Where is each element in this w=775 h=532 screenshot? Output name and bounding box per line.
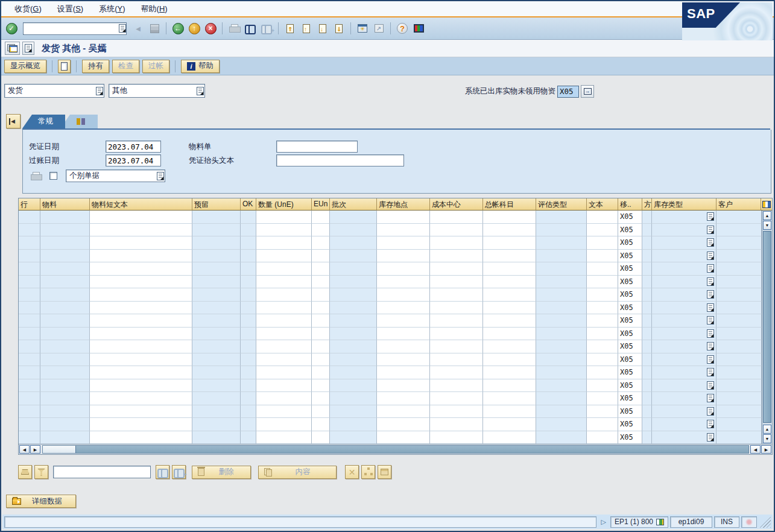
- cell-16-12[interactable]: [587, 418, 618, 431]
- vertical-scrollbar[interactable]: ▲ ▼ ▲ ▼: [762, 211, 772, 444]
- cell-4-15[interactable]: [652, 262, 716, 276]
- stock-type-dropdown-icon[interactable]: [707, 329, 714, 338]
- cell-1-10[interactable]: [483, 224, 536, 237]
- cell-14-15[interactable]: [652, 392, 716, 405]
- cell-7-12[interactable]: [587, 302, 618, 315]
- find-next-button[interactable]: +: [259, 22, 274, 35]
- posting-date-field[interactable]: [106, 154, 161, 166]
- scroll-right-button-right[interactable]: ▶: [761, 445, 771, 454]
- cell-16-15[interactable]: [652, 418, 716, 431]
- print-slip-icon[interactable]: [31, 172, 41, 180]
- action-select[interactable]: 发货: [4, 84, 104, 98]
- cell-13-10[interactable]: [483, 379, 536, 393]
- cell-8-6[interactable]: [312, 314, 330, 328]
- first-page-button[interactable]: ⇑: [283, 22, 297, 35]
- scroll-up-button[interactable]: ▲: [763, 211, 771, 220]
- cell-9-2[interactable]: [90, 328, 192, 341]
- hold-button[interactable]: 持有: [82, 60, 109, 73]
- cell-11-15[interactable]: [652, 353, 716, 367]
- cell-0-9[interactable]: [430, 211, 483, 224]
- status-options-button[interactable]: ▷: [598, 518, 608, 526]
- cell-9-9[interactable]: [430, 328, 483, 341]
- stock-type-dropdown-icon[interactable]: [707, 355, 714, 364]
- column-header-9[interactable]: 成本中心: [430, 198, 483, 211]
- cell-10-13[interactable]: X05: [618, 340, 642, 353]
- cell-14-5[interactable]: [256, 392, 312, 405]
- cell-15-8[interactable]: [377, 405, 430, 419]
- column-header-14[interactable]: 方: [642, 198, 652, 211]
- cell-1-13[interactable]: X05: [618, 224, 642, 237]
- cell-8-12[interactable]: [587, 314, 618, 328]
- cell-3-6[interactable]: [312, 250, 330, 263]
- last-page-button[interactable]: ⇓: [332, 22, 346, 35]
- header-text-field[interactable]: [276, 154, 404, 166]
- cell-0-12[interactable]: [587, 211, 618, 224]
- cell-4-13[interactable]: X05: [618, 262, 642, 276]
- cell-14-13[interactable]: X05: [618, 392, 642, 405]
- cell-12-9[interactable]: [430, 366, 483, 379]
- cell-9-13[interactable]: X05: [618, 328, 642, 341]
- cell-0-5[interactable]: [256, 211, 312, 224]
- dropdown-list-icon[interactable]: [96, 87, 103, 95]
- scroll-down-button-bottom[interactable]: ▼: [763, 434, 771, 443]
- dropdown-list-icon[interactable]: [157, 172, 164, 180]
- cell-13-5[interactable]: [256, 379, 312, 393]
- scroll-left-button[interactable]: ◀: [19, 445, 30, 454]
- cell-5-15[interactable]: [652, 276, 716, 289]
- cell-6-10[interactable]: [483, 288, 536, 302]
- cell-2-12[interactable]: [587, 236, 618, 250]
- column-header-11[interactable]: 评估类型: [536, 198, 587, 211]
- cell-7-8[interactable]: [377, 302, 430, 315]
- cell-1-15[interactable]: [652, 224, 716, 237]
- cell-0-2[interactable]: [90, 211, 192, 224]
- cell-6-8[interactable]: [377, 288, 430, 302]
- variant-list-button[interactable]: [22, 42, 34, 55]
- scroll-up-button-bottom[interactable]: ▲: [763, 425, 771, 434]
- cell-13-8[interactable]: [377, 379, 430, 393]
- cell-9-8[interactable]: [377, 328, 430, 341]
- stock-type-dropdown-icon[interactable]: [707, 277, 714, 286]
- cell-0-6[interactable]: [312, 211, 330, 224]
- page-up-button[interactable]: ↑: [299, 22, 314, 35]
- cell-14-12[interactable]: [587, 392, 618, 405]
- cell-1-2[interactable]: [90, 224, 192, 237]
- item-find-button[interactable]: [156, 465, 169, 479]
- check-button[interactable]: 检查: [112, 60, 139, 73]
- cell-10-15[interactable]: [652, 340, 716, 353]
- blank-document-button[interactable]: [58, 60, 71, 73]
- cell-8-5[interactable]: [256, 314, 312, 328]
- cell-15-5[interactable]: [256, 405, 312, 419]
- cell-4-12[interactable]: [587, 262, 618, 276]
- cell-17-12[interactable]: [587, 431, 618, 445]
- cell-12-2[interactable]: [90, 366, 192, 379]
- scroll-right-button[interactable]: ▶: [30, 445, 40, 454]
- cell-10-12[interactable]: [587, 340, 618, 353]
- cell-2-2[interactable]: [90, 236, 192, 250]
- help-info-button[interactable]: i帮助: [181, 60, 220, 73]
- cell-5-12[interactable]: [587, 276, 618, 289]
- cell-6-13[interactable]: X05: [618, 288, 642, 302]
- command-input[interactable]: [24, 24, 119, 34]
- stock-type-dropdown-icon[interactable]: [707, 420, 714, 428]
- cell-17-9[interactable]: [430, 431, 483, 445]
- cell-17-8[interactable]: [377, 431, 430, 445]
- cell-2-15[interactable]: [652, 236, 716, 250]
- cell-10-5[interactable]: [256, 340, 312, 353]
- cell-5-13[interactable]: X05: [618, 276, 642, 289]
- cell-3-13[interactable]: X05: [618, 250, 642, 263]
- cell-12-8[interactable]: [377, 366, 430, 379]
- scroll-left-button-right[interactable]: ◀: [750, 445, 761, 454]
- stock-type-dropdown-icon[interactable]: [707, 368, 714, 376]
- cell-16-8[interactable]: [377, 418, 430, 431]
- hierarchy-button[interactable]: [361, 465, 375, 479]
- cell-5-9[interactable]: [430, 276, 483, 289]
- table-config-button[interactable]: [761, 198, 772, 211]
- cell-4-9[interactable]: [430, 262, 483, 276]
- cell-17-2[interactable]: [90, 431, 192, 445]
- cell-8-10[interactable]: [483, 314, 536, 328]
- cell-10-9[interactable]: [430, 340, 483, 353]
- cell-8-9[interactable]: [430, 314, 483, 328]
- cell-14-6[interactable]: [312, 392, 330, 405]
- cell-1-6[interactable]: [312, 224, 330, 237]
- cell-3-5[interactable]: [256, 250, 312, 263]
